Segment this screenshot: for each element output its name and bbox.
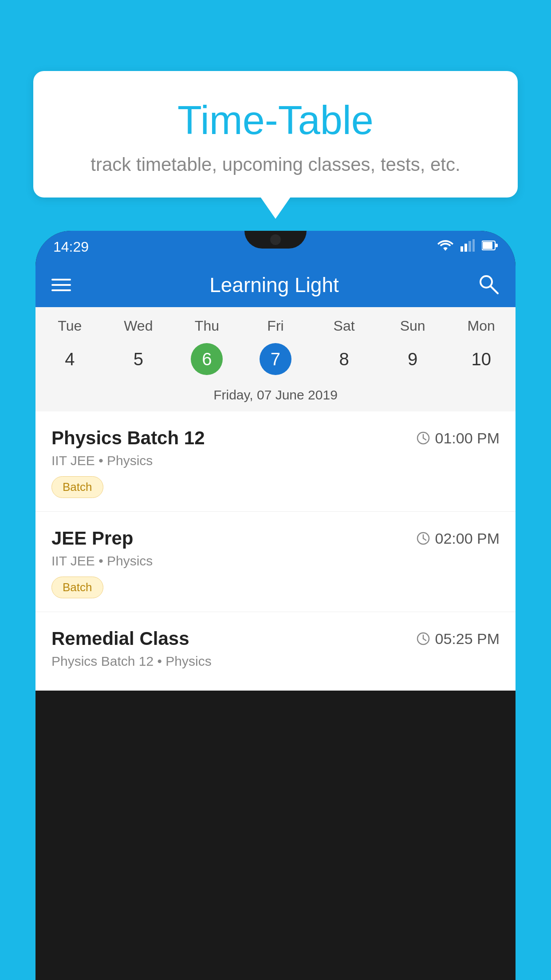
selected-date-label: Friday, 07 June 2019 — [35, 384, 516, 411]
schedule-item[interactable]: Physics Batch 12 01:00 PM IIT JEE • Phys… — [35, 411, 516, 512]
day-label-sat: Sat — [310, 318, 378, 334]
svg-rect-5 — [483, 242, 492, 249]
status-time: 14:29 — [53, 239, 89, 255]
app-bar: Learning Light — [35, 263, 516, 307]
schedule-item-subtitle: Physics Batch 12 • Physics — [51, 654, 500, 669]
schedule-item[interactable]: JEE Prep 02:00 PM IIT JEE • Physics Batc… — [35, 512, 516, 612]
day-label-thu: Thu — [173, 318, 241, 334]
date-cell-8[interactable]: 8 — [310, 341, 378, 377]
date-number-6: 6 — [191, 343, 223, 375]
svg-rect-0 — [460, 246, 463, 252]
date-number-10: 10 — [465, 343, 497, 375]
svg-rect-3 — [472, 239, 475, 252]
speech-bubble-section: Time-Table track timetable, upcoming cla… — [33, 71, 518, 198]
svg-rect-1 — [464, 244, 467, 252]
svg-rect-2 — [468, 241, 471, 252]
date-number-9: 9 — [397, 343, 429, 375]
schedule-item-subtitle: IIT JEE • Physics — [51, 453, 500, 468]
date-number-8: 8 — [328, 343, 360, 375]
wifi-icon — [437, 239, 453, 255]
day-label-wed: Wed — [104, 318, 173, 334]
schedule-item-subtitle: IIT JEE • Physics — [51, 553, 500, 569]
svg-line-8 — [491, 286, 498, 293]
battery-icon — [482, 240, 498, 254]
hamburger-line-2 — [51, 284, 71, 286]
schedule-item-title: Physics Batch 12 — [51, 427, 205, 449]
status-icons — [437, 239, 498, 255]
batch-badge: Batch — [51, 577, 103, 598]
schedule-item-title: Remedial Class — [51, 628, 189, 649]
date-cell-9[interactable]: 9 — [378, 341, 447, 377]
phone-frame: 14:29 — [35, 231, 516, 980]
schedule-item-header: JEE Prep 02:00 PM — [51, 528, 500, 549]
date-cell-4[interactable]: 4 — [35, 341, 104, 377]
day-label-fri: Fri — [241, 318, 310, 334]
bubble-title: Time-Table — [69, 98, 482, 143]
calendar-days-header: TueWedThuFriSatSunMon — [35, 307, 516, 338]
clock-icon — [416, 531, 430, 545]
schedule-item-header: Remedial Class 05:25 PM — [51, 628, 500, 649]
schedule-item-header: Physics Batch 12 01:00 PM — [51, 427, 500, 449]
clock-icon — [416, 431, 430, 445]
calendar-section: TueWedThuFriSatSunMon 45678910 Friday, 0… — [35, 307, 516, 411]
svg-line-14 — [423, 538, 426, 540]
date-number-5: 5 — [122, 343, 154, 375]
speech-bubble: Time-Table track timetable, upcoming cla… — [33, 71, 518, 198]
notch — [244, 231, 307, 249]
svg-line-17 — [423, 639, 426, 640]
clock-icon — [416, 632, 430, 646]
schedule-item-time: 05:25 PM — [416, 630, 500, 648]
svg-rect-6 — [495, 244, 498, 247]
hamburger-menu-button[interactable] — [51, 279, 71, 291]
status-bar: 14:29 — [35, 231, 516, 263]
date-cell-7[interactable]: 7 — [241, 341, 310, 377]
hamburger-line-1 — [51, 279, 71, 281]
day-label-sun: Sun — [378, 318, 447, 334]
schedule-item-title: JEE Prep — [51, 528, 133, 549]
schedule-list: Physics Batch 12 01:00 PM IIT JEE • Phys… — [35, 411, 516, 691]
date-cell-5[interactable]: 5 — [104, 341, 173, 377]
date-cell-10[interactable]: 10 — [447, 341, 516, 377]
date-number-4: 4 — [54, 343, 86, 375]
app-bar-title: Learning Light — [209, 273, 339, 297]
hamburger-line-3 — [51, 289, 71, 291]
search-icon[interactable] — [477, 273, 500, 297]
day-label-tue: Tue — [35, 318, 104, 334]
svg-line-11 — [423, 438, 426, 440]
date-cell-6[interactable]: 6 — [173, 341, 241, 377]
schedule-item[interactable]: Remedial Class 05:25 PM Physics Batch 12… — [35, 612, 516, 691]
schedule-item-time: 01:00 PM — [416, 430, 500, 447]
camera-dot — [270, 234, 281, 245]
calendar-dates: 45678910 — [35, 338, 516, 384]
bubble-subtitle: track timetable, upcoming classes, tests… — [69, 154, 482, 175]
day-label-mon: Mon — [447, 318, 516, 334]
date-number-7: 7 — [260, 343, 291, 375]
signal-icon — [460, 239, 475, 255]
batch-badge: Batch — [51, 476, 103, 498]
schedule-item-time: 02:00 PM — [416, 530, 500, 547]
